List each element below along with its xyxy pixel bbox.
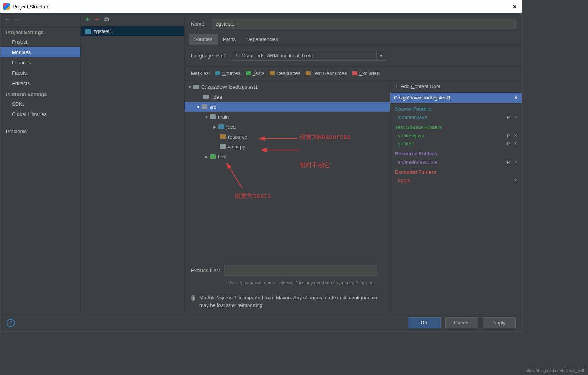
ok-button[interactable]: OK xyxy=(408,317,441,328)
tab-dependencies[interactable]: Dependencies xyxy=(241,34,283,45)
section-platform-settings: Platform Settings xyxy=(0,88,80,99)
mark-resources-button[interactable]: Resources xyxy=(270,70,300,76)
sidebar-item-modules[interactable]: Modules xyxy=(0,47,80,57)
detail-tabs: Sources Paths Dependencies xyxy=(185,34,522,45)
tree-resource[interactable]: resource xyxy=(185,132,390,142)
test-resources-icon xyxy=(306,71,311,75)
tree-idea[interactable]: .idea xyxy=(185,92,390,102)
test-source-folders-title: Test Source Folders xyxy=(390,121,522,132)
apply-button[interactable]: Apply xyxy=(483,317,516,328)
module-folder-icon xyxy=(85,29,91,34)
settings-sidebar: ← → Project Settings Project Modules Lib… xyxy=(0,13,81,313)
module-name: zgstest1 xyxy=(94,28,112,34)
sidebar-item-global-libraries[interactable]: Global Libraries xyxy=(0,109,80,119)
copy-module-icon[interactable]: ⧉ xyxy=(104,16,109,23)
mark-tests-button[interactable]: Tests xyxy=(246,70,264,76)
help-icon[interactable]: ? xyxy=(7,319,15,327)
edit-props-icon[interactable]: P.. xyxy=(507,115,511,120)
tree-main[interactable]: ▼main xyxy=(185,112,390,122)
language-level-select[interactable]: 7 - Diamonds, ARM, multi-catch etc. ▾ xyxy=(231,51,386,61)
test-folder-item[interactable]: src\testP..✕ xyxy=(390,140,522,148)
project-structure-dialog: Project Structure ✕ ← → Project Settings… xyxy=(0,0,522,333)
tree-test[interactable]: ▶test xyxy=(185,152,390,161)
language-level-label: Language level: xyxy=(191,53,226,59)
sidebar-nav: ← → xyxy=(0,13,80,26)
plus-icon: + xyxy=(395,83,398,89)
tree-java[interactable]: ▶java xyxy=(185,122,390,132)
mark-sources-button[interactable]: Sources xyxy=(215,70,241,76)
module-item[interactable]: zgstest1 xyxy=(81,26,184,36)
sidebar-item-sdks[interactable]: SDKs xyxy=(0,99,80,109)
forward-icon[interactable]: → xyxy=(14,15,21,23)
mark-test-resources-button[interactable]: Test Resources xyxy=(306,70,347,76)
sidebar-item-problems[interactable]: Problems xyxy=(0,126,80,137)
sidebar-item-facets[interactable]: Facets xyxy=(0,68,80,78)
module-toolbar: + − ⧉ xyxy=(81,13,184,26)
module-list-panel: + − ⧉ zgstest1 xyxy=(81,13,185,313)
window-title: Project Structure xyxy=(13,4,511,10)
tests-icon xyxy=(246,71,251,75)
source-folder-item[interactable]: src\main\javaP..✕ xyxy=(390,113,522,121)
excluded-folder-item[interactable]: target✕ xyxy=(390,176,522,184)
app-icon xyxy=(3,3,10,10)
content-root-path[interactable]: C:\zgs\download\zgstest1 ✕ xyxy=(390,93,522,103)
cancel-button[interactable]: Cancel xyxy=(445,317,478,328)
module-name-input[interactable] xyxy=(212,19,516,29)
source-tree[interactable]: ▼C:\zgs\download\zgstest1 .idea ▼src ▼ma… xyxy=(185,80,390,261)
tree-root[interactable]: ▼C:\zgs\download\zgstest1 xyxy=(185,82,390,92)
maven-import-warning: ! Module 'zgstest1' is imported from Mav… xyxy=(185,290,390,313)
info-icon: ! xyxy=(191,295,195,301)
add-module-icon[interactable]: + xyxy=(85,15,90,23)
resource-folders-title: Resource Folders xyxy=(390,148,522,158)
test-folder-item[interactable]: src\test\javaP..✕ xyxy=(390,132,522,140)
content-root-pane: + Add Content Root C:\zgs\download\zgste… xyxy=(390,80,522,313)
back-icon[interactable]: ← xyxy=(4,15,11,23)
module-detail-panel: Name: Sources Paths Dependencies Languag… xyxy=(185,13,522,313)
remove-icon[interactable]: ✕ xyxy=(514,115,517,120)
resources-icon xyxy=(270,71,275,75)
source-folders-title: Source Folders xyxy=(390,103,522,113)
remove-content-root-icon[interactable]: ✕ xyxy=(514,95,518,101)
excluded-icon xyxy=(352,71,357,75)
close-icon[interactable]: ✕ xyxy=(511,3,519,10)
sidebar-item-project[interactable]: Project xyxy=(0,37,80,47)
excluded-folders-title: Excluded Folders xyxy=(390,166,522,176)
tree-webapp[interactable]: webapp xyxy=(185,142,390,152)
tab-paths[interactable]: Paths xyxy=(218,34,241,45)
exclude-files-input[interactable] xyxy=(224,265,377,276)
resource-folder-item[interactable]: src\main\resourceP..✕ xyxy=(390,158,522,166)
name-label: Name: xyxy=(191,21,205,27)
tab-sources[interactable]: Sources xyxy=(189,34,218,45)
sidebar-item-libraries[interactable]: Libraries xyxy=(0,57,80,68)
mark-as-label: Mark as: xyxy=(191,70,210,76)
tree-src[interactable]: ▼src xyxy=(185,102,390,112)
exclude-hint: Use ; to separate name patterns, * for a… xyxy=(185,279,390,290)
exclude-files-label: Exclude files: xyxy=(191,267,220,273)
dialog-footer: ? OK Cancel Apply https://blog.csdn.net/… xyxy=(0,313,522,333)
mark-as-row: Mark as: Sources Tests Resources Test Re… xyxy=(185,67,522,80)
sources-icon xyxy=(215,71,220,75)
language-level-value: 7 - Diamonds, ARM, multi-catch etc. xyxy=(231,51,376,60)
remove-module-icon[interactable]: − xyxy=(95,15,99,24)
section-project-settings: Project Settings xyxy=(0,26,80,37)
chevron-down-icon[interactable]: ▾ xyxy=(376,51,386,60)
source-tree-pane: ▼C:\zgs\download\zgstest1 .idea ▼src ▼ma… xyxy=(185,80,390,313)
titlebar: Project Structure ✕ xyxy=(0,0,522,13)
mark-excluded-button[interactable]: Excluded xyxy=(352,70,380,76)
sidebar-item-artifacts[interactable]: Artifacts xyxy=(0,78,80,88)
add-content-root-button[interactable]: + Add Content Root xyxy=(390,80,522,93)
